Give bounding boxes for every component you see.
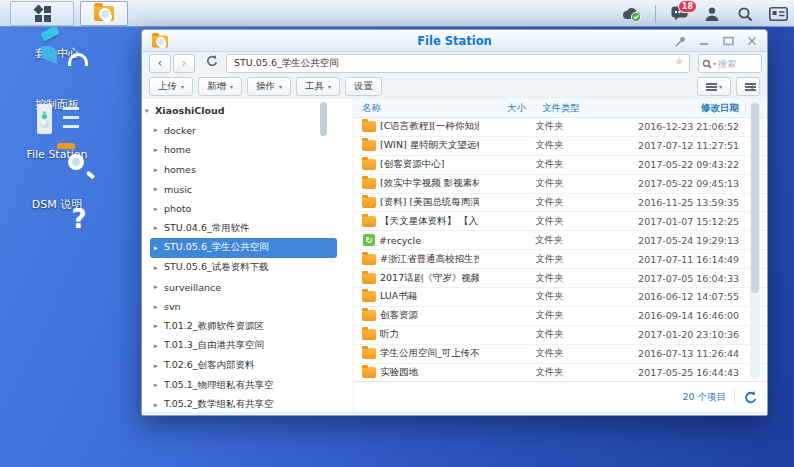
forward-button[interactable]: › bbox=[173, 54, 195, 73]
table-row[interactable]: LUA书籍 文件夹 2016-06-12 14:07:55 bbox=[354, 288, 767, 307]
desktop: 18 bbox=[0, 0, 794, 467]
table-row[interactable]: [资料] [美国总统每周演讲 he Pr... 文件夹 2016-11-25 1… bbox=[354, 194, 767, 213]
sidebar-item[interactable]: T.05.1_物理组私有共享空 bbox=[142, 375, 353, 395]
toolbar-button[interactable]: 新增 ▾ bbox=[198, 77, 242, 96]
tree-expand-arrow-icon[interactable] bbox=[154, 126, 164, 134]
table-row[interactable]: #浙江省普通高校招生投档及分数... 文件夹 2017-07-11 16:14:… bbox=[354, 250, 767, 269]
favorite-star-icon[interactable]: ★ bbox=[674, 55, 684, 68]
table-row[interactable]: [WIN] 星特朗天文望远镜CD软件 文件夹 2017-07-12 11:27:… bbox=[354, 137, 767, 156]
toolbar-button[interactable]: 设置 ▾ bbox=[345, 77, 382, 96]
sort-button[interactable]: ↓ bbox=[736, 77, 760, 96]
tree-expand-arrow-icon[interactable] bbox=[154, 381, 164, 389]
sidebar-item[interactable]: music bbox=[142, 179, 353, 199]
sidebar-item[interactable]: T.05.2_数学组私有共享空 bbox=[142, 395, 353, 412]
table-row[interactable]: 实验园地 文件夹 2017-05-25 16:44:43 bbox=[354, 364, 767, 381]
tree-expand-arrow-icon[interactable] bbox=[154, 205, 164, 213]
sidebar-item-label: T.05.1_物理组私有共享空 bbox=[164, 379, 274, 392]
tree-expand-arrow-icon[interactable] bbox=[154, 244, 164, 252]
toolbar-button[interactable]: 操作 ▾ bbox=[247, 77, 291, 96]
tree-expand-arrow-icon[interactable] bbox=[145, 107, 155, 115]
tree-expand-arrow-icon[interactable] bbox=[154, 166, 164, 174]
table-row[interactable]: [C语言教程][一种你知道的第N+... 文件夹 2016-12-23 21:0… bbox=[354, 118, 767, 137]
window-titlebar[interactable]: File Station bbox=[142, 30, 767, 52]
tree-expand-arrow-icon[interactable] bbox=[154, 362, 164, 370]
file-icon bbox=[362, 121, 376, 132]
maximize-icon[interactable] bbox=[721, 34, 735, 48]
taskbar-file-station-button[interactable] bbox=[80, 1, 128, 26]
table-row[interactable]: 2017话剧《守岁》视频原文件 文件夹 2017-07-05 16:04:33 bbox=[354, 269, 767, 288]
file-type: 文件夹 bbox=[519, 215, 638, 228]
sidebar-item[interactable]: photo bbox=[142, 199, 353, 219]
sidebar-item[interactable]: svn bbox=[142, 297, 353, 317]
sidebar-item-label: STU.04.6_常用软件 bbox=[164, 222, 250, 235]
tree-expand-arrow-icon[interactable] bbox=[154, 303, 164, 311]
back-button[interactable]: ‹ bbox=[149, 54, 171, 73]
table-row[interactable]: [效实中学视频 影视素材 锦集] [... 文件夹 2017-05-22 09:… bbox=[354, 175, 767, 194]
toolbar-button[interactable]: 工具 ▾ bbox=[296, 77, 340, 96]
file-type: 文件夹 bbox=[519, 196, 638, 209]
file-type: 文件夹 bbox=[519, 177, 638, 190]
file-name: 【天文星体资料】 【入门手册】 bbox=[380, 215, 479, 228]
search-icon[interactable] bbox=[735, 4, 755, 24]
sidebar-item[interactable]: STU.04.6_常用软件 bbox=[142, 219, 353, 239]
widgets-icon[interactable] bbox=[768, 4, 788, 24]
sidebar-scrollbar-thumb[interactable] bbox=[320, 102, 327, 136]
close-icon[interactable] bbox=[745, 34, 759, 48]
search-box[interactable]: ▾ bbox=[698, 54, 762, 73]
pin-icon[interactable] bbox=[673, 34, 687, 48]
column-header-type[interactable]: 文件类型 bbox=[526, 102, 650, 115]
table-row[interactable]: 学生公用空间_可上传不能删除 文件夹 2016-07-13 11:26:44 bbox=[354, 345, 767, 364]
tree-expand-arrow-icon[interactable] bbox=[154, 264, 164, 272]
file-icon bbox=[362, 197, 376, 208]
file-type: 文件夹 bbox=[519, 347, 638, 360]
file-icon bbox=[362, 329, 376, 340]
main-menu-button[interactable] bbox=[10, 1, 74, 26]
desktop-icon[interactable]: 套件中心 bbox=[14, 46, 100, 61]
search-scope-caret-icon[interactable]: ▾ bbox=[713, 60, 716, 67]
search-input[interactable] bbox=[718, 59, 752, 69]
minimize-icon[interactable] bbox=[697, 34, 711, 48]
table-row[interactable]: 【天文星体资料】 【入门手册】 文件夹 2017-01-07 15:12:25 bbox=[354, 212, 767, 231]
file-modified-date: 2017-07-05 16:04:33 bbox=[638, 273, 739, 284]
toolbar-button[interactable]: 上传 ▾ bbox=[149, 77, 193, 96]
view-mode-button[interactable]: ▾ bbox=[697, 77, 731, 96]
user-icon[interactable] bbox=[702, 4, 722, 24]
sidebar-item[interactable]: surveillance bbox=[142, 277, 353, 297]
sidebar-item[interactable]: T.01.3_自由港共享空间 bbox=[142, 336, 353, 356]
tree-expand-arrow-icon[interactable] bbox=[154, 401, 164, 409]
table-row[interactable]: [创客资源中心] 文件夹 2017-05-22 09:43:22 bbox=[354, 156, 767, 175]
table-row[interactable]: 听力 文件夹 2017-01-20 23:10:36 bbox=[354, 326, 767, 345]
tree-expand-arrow-icon[interactable] bbox=[154, 146, 164, 154]
column-header-name[interactable]: 名称 bbox=[362, 102, 484, 115]
notifications-icon[interactable]: 18 bbox=[669, 4, 689, 24]
column-header-modified-date[interactable]: 修改日期 bbox=[650, 102, 739, 115]
tree-expand-arrow-icon[interactable] bbox=[154, 342, 164, 350]
sidebar-item[interactable]: homes bbox=[142, 160, 353, 180]
path-input[interactable] bbox=[226, 54, 690, 73]
sidebar-item[interactable]: T.02.6_创客内部资料 bbox=[142, 356, 353, 376]
tree-expand-arrow-icon[interactable] bbox=[154, 283, 164, 291]
taskbar-separator bbox=[655, 5, 656, 23]
file-modified-date: 2017-01-07 15:12:25 bbox=[638, 216, 739, 227]
status-refresh-icon[interactable] bbox=[743, 390, 757, 404]
tree-expand-arrow-icon[interactable] bbox=[154, 185, 164, 193]
table-row[interactable]: 创客资源 文件夹 2016-09-14 16:46:00 bbox=[354, 307, 767, 326]
tree-expand-arrow-icon[interactable] bbox=[154, 224, 164, 232]
desktop-icon[interactable]: 控制面板 bbox=[14, 97, 100, 112]
desktop-icon[interactable]: File Station bbox=[14, 148, 100, 161]
file-modified-date: 2016-07-13 11:26:44 bbox=[638, 348, 739, 359]
table-row[interactable]: #recycle 文件夹 2017-05-24 19:29:13 bbox=[354, 231, 767, 250]
file-name: 学生公用空间_可上传不能删除 bbox=[380, 347, 479, 360]
refresh-button[interactable] bbox=[200, 54, 222, 73]
desktop-icon[interactable]: DSM 说明 bbox=[14, 197, 100, 212]
sidebar-item[interactable]: STU.05.6_试卷资料下载 bbox=[142, 258, 353, 278]
cloud-sync-icon[interactable] bbox=[622, 4, 642, 24]
list-scrollbar[interactable] bbox=[750, 101, 760, 379]
column-header-size[interactable]: 大小 bbox=[484, 102, 526, 115]
file-icon bbox=[363, 234, 375, 246]
tree-expand-arrow-icon[interactable] bbox=[154, 322, 164, 330]
sidebar-item[interactable]: STU.05.6_学生公共空间 bbox=[150, 238, 337, 258]
sidebar-item[interactable]: T.01.2_教师软件资源区 bbox=[142, 317, 353, 337]
list-scrollbar-thumb[interactable] bbox=[751, 103, 759, 293]
sidebar-item[interactable]: home bbox=[142, 140, 353, 160]
